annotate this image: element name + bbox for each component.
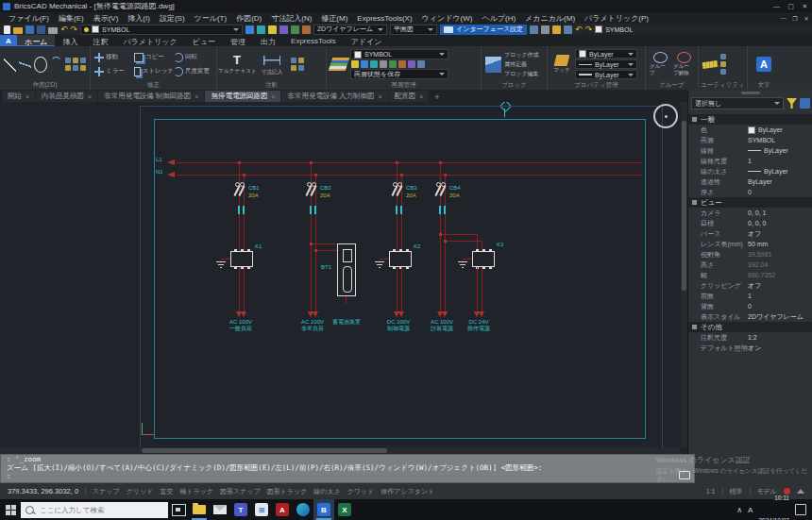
menu-view[interactable]: 表示(V) <box>89 13 124 24</box>
open-file-icon[interactable] <box>13 27 23 34</box>
current-layer-dropdown[interactable]: SYMBOL <box>80 25 243 35</box>
doc-tab-4[interactable]: 非常用発電設備 入力制御図 <box>281 91 387 102</box>
prop-linetype[interactable]: 線種ByLayer <box>688 145 812 156</box>
prop-front[interactable]: 前面1 <box>688 291 812 301</box>
prop-height[interactable]: 高さ392.04 <box>688 260 812 270</box>
filter-icon[interactable] <box>787 98 797 109</box>
line-tool-icon[interactable] <box>4 57 16 73</box>
new-file-icon[interactable] <box>4 25 10 34</box>
toggle-etrack[interactable]: 図形トラック <box>267 487 308 496</box>
prop-target[interactable]: 目標0, 0, 0 <box>688 218 812 228</box>
quick-select-icon[interactable] <box>800 98 810 109</box>
save-icon[interactable] <box>25 25 34 34</box>
match-properties-button[interactable]: マッチ <box>551 55 572 75</box>
toggle-quad[interactable]: クワッド <box>347 487 375 496</box>
ribbon-tab-home[interactable]: ホーム <box>17 35 55 46</box>
toggle-grid[interactable]: グリッド <box>127 487 154 496</box>
horizontal-scrollbar[interactable] <box>0 447 681 454</box>
layers-icon[interactable] <box>329 58 350 71</box>
prop-lineweight[interactable]: 線の太さByLayer <box>688 166 812 176</box>
start-button[interactable] <box>0 499 21 520</box>
menu-modify[interactable]: 修正(M) <box>316 13 352 24</box>
doc-tab-start[interactable]: 開始 <box>2 91 35 102</box>
snap-toggle-icon[interactable] <box>245 25 254 34</box>
excel-button[interactable]: X <box>334 499 355 520</box>
close-tab-icon[interactable] <box>88 92 92 101</box>
vertical-scrollbar[interactable] <box>681 102 687 447</box>
lock-icon[interactable] <box>552 25 561 34</box>
action-center-icon[interactable] <box>795 504 806 515</box>
sync-icon[interactable] <box>530 25 538 34</box>
attribute-define[interactable]: 属性定義 <box>504 60 539 69</box>
toggle-esnap[interactable]: 図形スナップ <box>220 487 261 496</box>
visual-style-dropdown[interactable]: 2Dワイヤフレーム <box>313 25 387 35</box>
tray-chevron-icon[interactable]: ∧ <box>736 506 742 514</box>
maximize-icon[interactable]: ▢ <box>784 0 798 12</box>
doc-tab-active[interactable]: 無停電電源回路図 <box>205 91 280 102</box>
measure-icon[interactable] <box>702 59 719 68</box>
close-tab-icon[interactable] <box>379 92 382 101</box>
mtext-button[interactable]: T マルチテキスト <box>221 54 253 75</box>
ribbon-tab-view[interactable]: ビュー <box>185 35 223 46</box>
minimize-icon[interactable]: — <box>770 0 784 12</box>
linetype-dropdown[interactable]: ByLayer <box>575 59 637 69</box>
drawing-canvas[interactable]: L1 N1 CB1 20A K1 <box>0 102 687 454</box>
prop-width[interactable]: 幅680.7352 <box>688 270 812 280</box>
prop-fov[interactable]: 視野角39.5981 <box>688 249 812 260</box>
taskbar-clock[interactable]: 10:11 2024/10/07 <box>758 479 789 520</box>
close-icon[interactable]: ✕ <box>798 0 812 12</box>
ungroup-button[interactable]: グループ解除 <box>673 52 694 76</box>
stretch-tool[interactable]: ストレッチ <box>134 64 174 78</box>
ime-indicator[interactable]: A <box>748 506 753 514</box>
menu-mechanical[interactable]: メカニカル(M) <box>520 13 580 24</box>
toggle-snap[interactable]: スナップ <box>93 487 120 496</box>
command-prompt[interactable]: : <box>1 472 694 480</box>
utility-extra-tools[interactable] <box>720 54 726 75</box>
ribbon-tab-annotate[interactable]: 注釈 <box>85 35 115 46</box>
toggle-hotkey-assistant[interactable]: 操作アシスタント <box>381 487 434 496</box>
ribbon-tab-insert[interactable]: 挿入 <box>55 35 85 46</box>
edge-button[interactable] <box>293 499 313 520</box>
taskbar-search[interactable] <box>21 502 168 518</box>
doc-tab-1[interactable]: 内装品見積図 <box>36 91 97 102</box>
application-button[interactable]: A <box>0 35 17 46</box>
toggle-ortho[interactable]: 直交 <box>160 487 173 496</box>
redo-icon[interactable]: ↷ <box>71 25 78 34</box>
new-tab-button[interactable]: + <box>430 92 444 102</box>
doc-tab-5[interactable]: 配置図 <box>389 91 430 102</box>
layer-state-dropdown[interactable]: 画層状態を保存 <box>350 69 448 79</box>
doc-restore-icon[interactable]: ❐ <box>789 13 801 24</box>
sheet-icon[interactable] <box>541 25 550 34</box>
prop-back[interactable]: 背面0 <box>688 301 812 311</box>
menu-insert[interactable]: 挿入(I) <box>123 13 155 24</box>
menu-settings[interactable]: 設定(S) <box>155 13 190 24</box>
command-line-panel[interactable]: : '_zoom ズーム [拡大(I)/縮小(O)/すべて(A)/中心(C)/ダ… <box>0 454 695 483</box>
close-tab-icon[interactable] <box>25 92 29 101</box>
annotate-extra-tools[interactable] <box>291 58 304 71</box>
view-dropdown[interactable]: 平面図 <box>390 25 437 35</box>
track-toggle-icon[interactable] <box>302 25 311 34</box>
prop-perspective[interactable]: パースオフ <box>688 228 812 239</box>
ribbon-tab-expresstools[interactable]: ExpressTools <box>283 35 344 46</box>
mirror-tool[interactable]: ミラー <box>94 64 134 78</box>
circle-tool-icon[interactable] <box>34 57 46 73</box>
esnap-toggle-icon[interactable] <box>291 25 299 34</box>
print-icon[interactable] <box>48 27 58 34</box>
section-misc[interactable]: その他 <box>688 322 812 332</box>
prop-annoscale[interactable]: 注釈尺度1:2 <box>688 332 812 343</box>
menu-draw[interactable]: 作図(D) <box>231 13 266 24</box>
scale-tool[interactable]: 尺度変更 <box>174 64 213 78</box>
arc-tool-icon[interactable] <box>50 57 62 73</box>
ribbon-tab-output[interactable]: 出力 <box>253 35 283 46</box>
teams-button[interactable]: T <box>230 499 251 520</box>
bricscad-taskbar-button[interactable]: B <box>313 499 334 520</box>
ribbon-tab-addin[interactable]: アドイン <box>344 35 390 46</box>
ribbon-tab-parametric[interactable]: パラメトリック <box>115 35 184 46</box>
layer-tool-icons[interactable] <box>350 60 448 68</box>
group-button[interactable]: グループ <box>650 52 670 76</box>
draw-extra-tools[interactable] <box>65 58 86 71</box>
block-edit[interactable]: ブロック編集 <box>504 70 539 78</box>
polar-toggle-icon[interactable] <box>279 25 288 34</box>
menu-window[interactable]: ウィンドウ(W) <box>417 13 478 24</box>
prop-lighting[interactable]: デフォルト照明オン <box>688 343 812 353</box>
